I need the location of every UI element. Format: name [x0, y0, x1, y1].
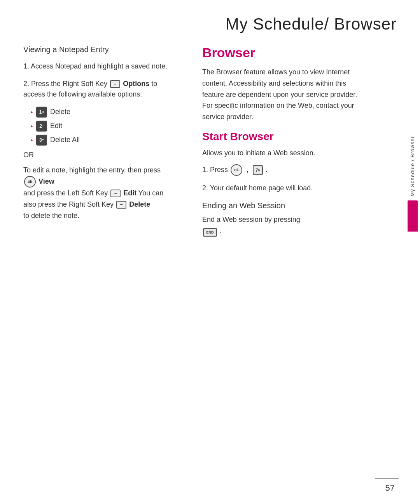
start-browser-desc: Allows you to initiate a Web session.	[202, 148, 366, 159]
ok-key-icon: ok	[231, 164, 242, 176]
delete-icon: 1R	[36, 107, 47, 118]
list-item-delete-all: ▸ 3Y Delete All	[31, 135, 175, 146]
browser-heading: Browser	[202, 45, 366, 60]
right-soft-key-delete-icon: −	[116, 201, 126, 209]
start-step-2: 2. Your default home page will load.	[202, 183, 366, 193]
edit-paragraph: To edit a note, highlight the entry, the…	[23, 165, 175, 221]
end-key-icon: END	[203, 228, 217, 237]
list-item-1: 1. Access Notepad and highlight a saved …	[23, 61, 175, 72]
num7-key-icon: 7C	[253, 165, 263, 175]
browser-intro: The Browser feature allows you to view I…	[202, 67, 366, 123]
sidebar-label: My Schedule / Browser	[405, 136, 420, 237]
start-step-1: 1. Press ok , 7C .	[202, 164, 366, 176]
sidebar-accent-bar	[408, 200, 418, 232]
or-text: OR	[23, 151, 175, 159]
delete-label: Delete	[50, 107, 70, 117]
delete-all-icon: 3Y	[36, 135, 47, 146]
list-item-delete: ▸ 1R Delete	[31, 107, 175, 118]
edit-icon: 2T	[36, 121, 47, 132]
section-heading-notepad: Viewing a Notepad Entry	[23, 45, 175, 54]
bullet-1: ▸	[31, 109, 33, 115]
list-item-edit: ▸ 2T Edit	[31, 121, 175, 132]
bullet-2: ▸	[31, 123, 33, 129]
left-column: Viewing a Notepad Entry 1. Access Notepa…	[0, 45, 191, 242]
page-title: My Schedule/ Browser	[0, 0, 420, 45]
ending-text: End a Web session by pressing END .	[202, 214, 366, 237]
options-list: ▸ 1R Delete ▸ 2T Edit ▸ 3Y Delete All	[31, 107, 175, 146]
start-browser-heading: Start Browser	[202, 130, 366, 143]
ending-heading: Ending an Web Session	[202, 201, 366, 210]
page-divider	[375, 478, 399, 479]
page-number: 57	[385, 483, 395, 493]
right-column: Browser The Browser feature allows you t…	[191, 45, 397, 242]
delete-all-label: Delete All	[50, 135, 80, 145]
right-soft-key-icon: −	[110, 80, 120, 88]
left-soft-key-edit-icon: −	[110, 190, 121, 197]
sidebar-text: My Schedule / Browser	[410, 136, 416, 197]
edit-label: Edit	[50, 121, 62, 131]
ok-circle-icon: ok	[24, 176, 36, 188]
list-item-2: 2. Press the Right Soft Key − Options to…	[23, 79, 175, 100]
bullet-3: ▸	[31, 137, 33, 143]
